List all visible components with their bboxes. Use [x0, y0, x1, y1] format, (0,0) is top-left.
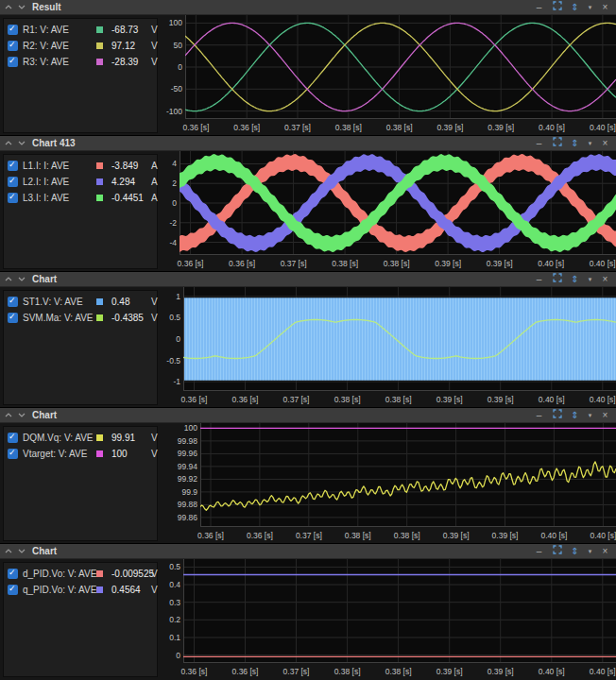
expand-chevron-icon[interactable] [17, 141, 26, 145]
panel-header[interactable]: Chart – ⇕ ▾ × [0, 408, 616, 423]
expand-view-button[interactable] [550, 545, 564, 558]
signal-checkbox[interactable] [8, 449, 18, 459]
collapse-chevron-icon[interactable] [4, 5, 13, 9]
legend-row[interactable]: Vtarget: V: AVE 100 V [8, 446, 155, 462]
waveform-plot[interactable] [183, 559, 616, 663]
x-tick-label: 0.38 [s] [385, 663, 412, 680]
close-button[interactable]: × [598, 545, 612, 558]
caret-down-icon[interactable]: ▾ [586, 273, 594, 286]
x-tick-label: 0.37 [s] [281, 255, 307, 272]
panel-body: L1.I: I: AVE -3.849 A L2.I: I: AVE 4.294… [0, 151, 616, 272]
panel-title: Chart [32, 274, 57, 284]
collapse-chevron-icon[interactable] [4, 277, 13, 281]
x-tick-label: 0.36 [s] [233, 119, 260, 136]
close-button[interactable]: × [598, 1, 612, 14]
caret-down-icon[interactable]: ▾ [586, 1, 594, 14]
legend-row[interactable]: L1.I: I: AVE -3.849 A [8, 158, 155, 174]
y-tick-label: 0.5 [169, 562, 180, 571]
legend-row[interactable]: R3: V: AVE -28.39 V [8, 54, 155, 70]
collapse-chevron-icon[interactable] [4, 549, 13, 553]
signal-checkbox[interactable] [8, 585, 18, 595]
waveform-plot[interactable] [183, 287, 616, 391]
legend: R1: V: AVE -68.73 V R2: V: AVE 97.12 V R… [0, 15, 161, 136]
caret-down-icon[interactable]: ▾ [586, 137, 594, 150]
close-button[interactable]: × [598, 137, 612, 150]
signal-checkbox[interactable] [8, 25, 18, 35]
x-tick-label: 0.39 [s] [443, 527, 470, 544]
legend-row[interactable]: ST1.V: V: AVE 0.48 V [8, 294, 155, 310]
signal-checkbox[interactable] [8, 569, 18, 579]
expand-chevron-icon[interactable] [17, 5, 26, 9]
signal-checkbox[interactable] [8, 177, 18, 187]
color-swatch [96, 162, 103, 169]
y-axis-gutter: 420-2-4 [161, 151, 180, 255]
plot-surface[interactable] [185, 15, 616, 119]
caret-down-icon[interactable]: ▾ [586, 545, 594, 558]
chart-area[interactable]: 100500-50-100 0.36 [s]0.36 [s]0.37 [s]0.… [161, 15, 616, 136]
panel-header[interactable]: Chart – ⇕ ▾ × [0, 544, 616, 559]
minimize-button[interactable]: – [532, 409, 546, 422]
legend-row[interactable]: L3.I: I: AVE -0.4451 A [8, 190, 155, 206]
waveform-plot[interactable] [200, 423, 616, 527]
legend-row[interactable]: q_PID.Vo: V: AVE 0.4564 V [8, 582, 155, 598]
chart-area[interactable]: 10099.9899.9699.9499.9299.999.8899.86 0.… [161, 423, 616, 544]
expand-view-button[interactable] [550, 409, 564, 422]
signal-checkbox[interactable] [8, 193, 18, 203]
expand-chevron-icon[interactable] [17, 413, 26, 417]
minimize-button[interactable]: – [532, 545, 546, 558]
x-tick-label: 0.36 [s] [247, 527, 273, 544]
expand-chevron-icon[interactable] [17, 277, 26, 281]
panel-header[interactable]: Result – ⇕ ▾ × [0, 0, 616, 15]
fit-vertical-button[interactable]: ⇕ [568, 137, 582, 150]
expand-view-button[interactable] [550, 137, 564, 150]
minimize-button[interactable]: – [532, 137, 546, 150]
fit-vertical-button[interactable]: ⇕ [568, 409, 582, 422]
panel-header[interactable]: Chart 413 – ⇕ ▾ × [0, 136, 616, 151]
signal-checkbox[interactable] [8, 433, 18, 443]
signal-checkbox[interactable] [8, 57, 18, 67]
expand-chevron-icon[interactable] [17, 549, 26, 553]
caret-down-icon[interactable]: ▾ [586, 409, 594, 422]
x-tick-label: 0.40 [s] [590, 119, 616, 136]
fit-vertical-button[interactable]: ⇕ [568, 1, 582, 14]
x-axis: 0.36 [s]0.36 [s]0.37 [s]0.38 [s]0.38 [s]… [161, 391, 616, 408]
close-button[interactable]: × [598, 273, 612, 286]
chart-area[interactable]: 0.50.40.30.20.10 0.36 [s]0.36 [s]0.37 [s… [161, 559, 616, 680]
plot-surface[interactable] [183, 559, 616, 663]
x-tick-label: 0.39 [s] [488, 663, 514, 680]
minimize-button[interactable]: – [532, 273, 546, 286]
minimize-button[interactable]: – [532, 1, 546, 14]
legend-row[interactable]: SVM.Ma: V: AVE -0.4385 V [8, 310, 155, 326]
signal-checkbox[interactable] [8, 41, 18, 51]
collapse-chevron-icon[interactable] [4, 141, 13, 145]
legend-row[interactable]: DQM.Vq: V: AVE 99.91 V [8, 430, 155, 446]
legend-row[interactable]: R1: V: AVE -68.73 V [8, 22, 155, 38]
signal-checkbox[interactable] [8, 313, 18, 323]
legend-row[interactable]: R2: V: AVE 97.12 V [8, 38, 155, 54]
chart-area[interactable]: 420-2-4 0.36 [s]0.36 [s]0.37 [s]0.38 [s]… [161, 151, 616, 272]
x-tick-label: 0.39 [s] [488, 391, 514, 408]
expand-view-button[interactable] [550, 1, 564, 14]
fit-vertical-button[interactable]: ⇕ [568, 545, 582, 558]
plot-surface[interactable] [183, 287, 616, 391]
collapse-chevron-icon[interactable] [4, 413, 13, 417]
y-tick-label: 0.2 [169, 615, 180, 624]
waveform-plot[interactable] [185, 15, 616, 119]
signal-checkbox[interactable] [8, 161, 18, 171]
chart-area[interactable]: 10.50-0.5-1 0.36 [s]0.36 [s]0.37 [s]0.38… [161, 287, 616, 408]
plot-surface[interactable] [200, 423, 616, 527]
x-tick-label: 0.40 [s] [590, 391, 616, 408]
y-tick-label: 0 [176, 651, 180, 660]
fit-vertical-button[interactable]: ⇕ [568, 273, 582, 286]
waveform-plot[interactable] [180, 151, 616, 255]
legend-row[interactable]: d_PID.Vo: V: AVE -0.009525 V [8, 566, 155, 582]
x-tick-label: 0.38 [s] [386, 119, 413, 136]
panel-header[interactable]: Chart – ⇕ ▾ × [0, 272, 616, 287]
expand-view-button[interactable] [550, 273, 564, 286]
plot-surface[interactable] [180, 151, 616, 255]
x-tick-label: 0.40 [s] [590, 527, 616, 544]
signal-checkbox[interactable] [8, 297, 18, 307]
close-button[interactable]: × [598, 409, 612, 422]
x-tick-label: 0.38 [s] [335, 119, 362, 136]
legend-row[interactable]: L2.I: I: AVE 4.294 A [8, 174, 155, 190]
